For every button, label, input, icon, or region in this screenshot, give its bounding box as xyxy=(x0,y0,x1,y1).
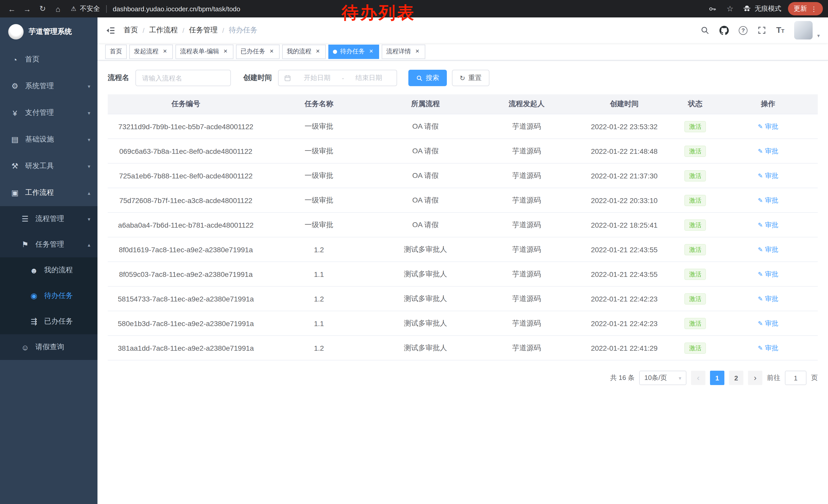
end-date-placeholder: 结束日期 xyxy=(346,73,391,83)
sidebar-item-process-management[interactable]: ☰ 流程管理 ▾ xyxy=(0,206,97,232)
table-header-row: 任务编号 任务名称 所属流程 流程发起人 创建时间 状态 操作 xyxy=(108,94,818,114)
breadcrumb-home[interactable]: 首页 xyxy=(124,26,138,35)
status-cell: 激活 xyxy=(672,139,718,163)
close-icon[interactable]: × xyxy=(414,48,421,55)
sidebar-item-workflow[interactable]: ▣ 工作流程 ▴ xyxy=(0,179,97,206)
process-name-input[interactable] xyxy=(135,70,231,86)
approve-link[interactable]: ✎审批 xyxy=(758,171,778,180)
key-icon[interactable] xyxy=(706,2,718,15)
home-icon[interactable]: ⌂ xyxy=(51,2,65,15)
person-chat-icon: ☻ xyxy=(29,266,38,275)
edit-icon: ✎ xyxy=(758,123,763,130)
chevron-down-icon: ▾ xyxy=(679,375,681,381)
tab-home[interactable]: 首页 xyxy=(105,44,127,59)
task-id-cell: 069c6a63-7b8a-11ec-8ef0-acde48001122 xyxy=(108,139,264,163)
sidebar-item-infrastructure[interactable]: ▤ 基础设施 ▾ xyxy=(0,126,97,153)
close-icon[interactable]: × xyxy=(315,48,321,55)
incognito-icon xyxy=(742,4,752,13)
page-1-button[interactable]: 1 xyxy=(710,371,724,385)
app-logo[interactable]: 芋道管理系统 xyxy=(0,17,97,46)
reset-button-label: 重置 xyxy=(468,73,482,83)
sidebar-item-label: 任务管理 xyxy=(35,240,88,249)
approve-link[interactable]: ✎审批 xyxy=(758,245,778,254)
tab-start-process[interactable]: 发起流程 × xyxy=(129,44,173,59)
security-warning-icon: ⚠ xyxy=(71,5,76,12)
time-cell: 2022-01-22 21:37:30 xyxy=(576,163,672,188)
back-icon[interactable]: ← xyxy=(5,2,18,15)
reload-icon[interactable]: ↻ xyxy=(36,2,49,15)
search-button[interactable]: 搜索 xyxy=(408,70,447,86)
table-row: 069c6a63-7b8a-11ec-8ef0-acde48001122 一级审… xyxy=(108,139,818,163)
range-separator: - xyxy=(342,74,344,82)
table-row: 8f059c03-7ac8-11ec-a9e2-a2380e71991a 1.1… xyxy=(108,262,818,286)
next-page-button[interactable]: › xyxy=(748,371,762,385)
browser-menu-icon[interactable]: ⋮ xyxy=(811,5,817,12)
sidebar-item-task-management[interactable]: ⚑ 任务管理 ▴ xyxy=(0,232,97,258)
sidebar-item-payment[interactable]: ¥ 支付管理 ▾ xyxy=(0,99,97,126)
fullscreen-icon[interactable] xyxy=(757,26,767,35)
bookmark-star-icon[interactable]: ☆ xyxy=(724,2,736,15)
reset-button[interactable]: ↻ 重置 xyxy=(452,70,489,86)
font-size-icon[interactable]: T T xyxy=(776,26,784,34)
prev-page-button[interactable]: ‹ xyxy=(691,371,705,385)
process-cell: 测试多审批人 xyxy=(374,311,477,335)
app-body: 芋道管理系统 ◔ 首页 ⚙ 系统管理 ▾ ¥ 支付管理 ▾ ▤ xyxy=(0,17,828,504)
tab-done-tasks[interactable]: 已办任务 × xyxy=(236,44,280,59)
tab-label: 发起流程 xyxy=(134,47,159,56)
process-cell: OA 请假 xyxy=(374,188,477,213)
tab-label: 已办任务 xyxy=(241,47,265,56)
approve-link[interactable]: ✎审批 xyxy=(758,294,778,303)
forward-icon[interactable]: → xyxy=(20,2,34,15)
sidebar-item-done-tasks[interactable]: ⇶ 已办任务 xyxy=(0,309,97,334)
tab-process-form-edit[interactable]: 流程表单-编辑 × xyxy=(175,44,234,59)
page-size-select[interactable]: 10条/页 ▾ xyxy=(639,371,687,385)
approve-link[interactable]: ✎审批 xyxy=(758,220,778,229)
collapse-sidebar-icon[interactable] xyxy=(106,26,115,35)
edit-icon: ✎ xyxy=(758,270,763,278)
approve-link[interactable]: ✎审批 xyxy=(758,196,778,205)
task-id-cell: 8f059c03-7ac8-11ec-a9e2-a2380e71991a xyxy=(108,262,264,286)
approve-link[interactable]: ✎审批 xyxy=(758,343,778,353)
tab-todo-tasks[interactable]: 待办任务 × xyxy=(328,44,379,59)
status-cell: 激活 xyxy=(672,311,718,335)
tab-my-process[interactable]: 我的流程 × xyxy=(282,44,326,59)
github-icon[interactable] xyxy=(719,26,729,35)
address-bar[interactable]: ⚠ 不安全 dashboard.yudao.iocoder.cn/bpm/tas… xyxy=(71,4,240,13)
sidebar-item-devtools[interactable]: ⚒ 研发工具 ▾ xyxy=(0,153,97,179)
search-icon[interactable] xyxy=(700,26,709,35)
approve-link[interactable]: ✎审批 xyxy=(758,319,778,328)
actions-cell: ✎审批 xyxy=(718,262,818,286)
task-id-cell: 381aa1dd-7ac8-11ec-a9e2-a2380e71991a xyxy=(108,335,264,360)
close-icon[interactable]: × xyxy=(222,48,229,55)
status-badge: 激活 xyxy=(685,318,706,329)
breadcrumb-workflow[interactable]: 工作流程 xyxy=(149,26,178,35)
close-icon[interactable]: × xyxy=(268,48,275,55)
close-icon[interactable]: × xyxy=(368,48,374,55)
approve-link[interactable]: ✎审批 xyxy=(758,146,778,155)
tab-label: 流程表单-编辑 xyxy=(180,47,219,56)
approve-link[interactable]: ✎审批 xyxy=(758,269,778,279)
sidebar-item-todo-tasks[interactable]: ◉ 待办任务 xyxy=(0,283,97,309)
person-icon: ☺ xyxy=(20,343,30,352)
chevron-down-icon: ▾ xyxy=(88,110,90,116)
help-icon[interactable]: ? xyxy=(739,26,747,35)
sidebar-item-my-process[interactable]: ☻ 我的流程 xyxy=(0,258,97,283)
date-range-picker[interactable]: 开始日期 - 结束日期 xyxy=(278,70,397,86)
sidebar-item-home[interactable]: ◔ 首页 xyxy=(0,46,97,73)
sidebar-item-system[interactable]: ⚙ 系统管理 ▾ xyxy=(0,73,97,99)
close-icon[interactable]: × xyxy=(162,48,168,55)
page-2-button[interactable]: 2 xyxy=(729,371,743,385)
avatar[interactable] xyxy=(794,21,813,40)
update-button[interactable]: 更新 ⋮ xyxy=(788,2,823,15)
breadcrumb-task-management[interactable]: 任务管理 xyxy=(189,26,218,35)
time-cell: 2022-01-21 22:43:55 xyxy=(576,262,672,286)
process-cell: OA 请假 xyxy=(374,213,477,237)
approve-link[interactable]: ✎审批 xyxy=(758,122,778,131)
avatar-caret-icon[interactable]: ▾ xyxy=(817,33,820,39)
sidebar-item-leave-query[interactable]: ☺ 请假查询 xyxy=(0,334,97,360)
sidebar: 芋道管理系统 ◔ 首页 ⚙ 系统管理 ▾ ¥ 支付管理 ▾ ▤ xyxy=(0,17,97,504)
goto-page-input[interactable] xyxy=(785,371,806,385)
sidebar-item-label: 支付管理 xyxy=(25,108,88,118)
tab-process-detail[interactable]: 流程详情 × xyxy=(382,44,425,59)
approve-label: 审批 xyxy=(765,146,778,155)
